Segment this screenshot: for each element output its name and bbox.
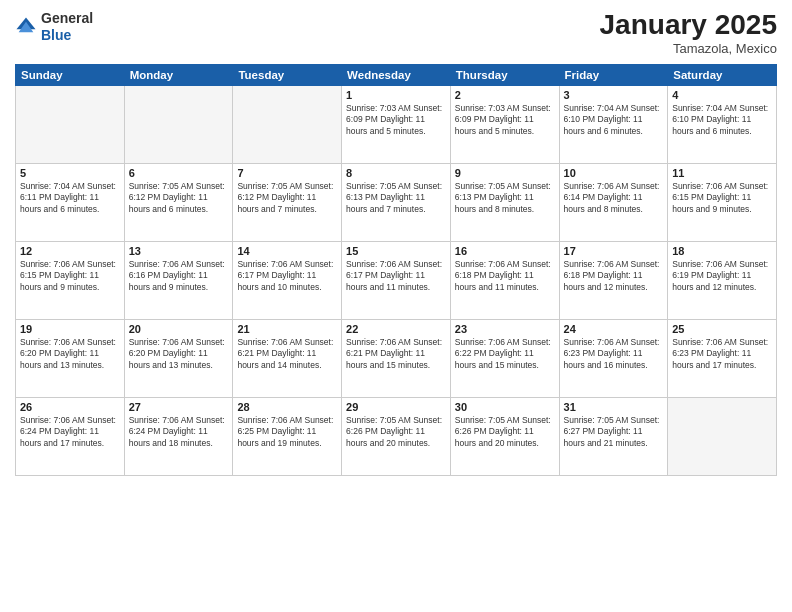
day-info: Sunrise: 7:06 AM Sunset: 6:18 PM Dayligh…: [564, 259, 664, 293]
calendar-cell-w4-d3: 29Sunrise: 7:05 AM Sunset: 6:26 PM Dayli…: [342, 397, 451, 475]
calendar-cell-w2-d6: 18Sunrise: 7:06 AM Sunset: 6:19 PM Dayli…: [668, 241, 777, 319]
calendar-cell-w0-d6: 4Sunrise: 7:04 AM Sunset: 6:10 PM Daylig…: [668, 85, 777, 163]
day-number: 10: [564, 167, 664, 179]
calendar-cell-w2-d2: 14Sunrise: 7:06 AM Sunset: 6:17 PM Dayli…: [233, 241, 342, 319]
calendar-cell-w1-d6: 11Sunrise: 7:06 AM Sunset: 6:15 PM Dayli…: [668, 163, 777, 241]
calendar-week-2: 12Sunrise: 7:06 AM Sunset: 6:15 PM Dayli…: [16, 241, 777, 319]
day-info: Sunrise: 7:06 AM Sunset: 6:25 PM Dayligh…: [237, 415, 337, 449]
day-info: Sunrise: 7:06 AM Sunset: 6:20 PM Dayligh…: [20, 337, 120, 371]
day-info: Sunrise: 7:03 AM Sunset: 6:09 PM Dayligh…: [346, 103, 446, 137]
day-info: Sunrise: 7:05 AM Sunset: 6:26 PM Dayligh…: [455, 415, 555, 449]
calendar-cell-w0-d1: [124, 85, 233, 163]
calendar-cell-w0-d4: 2Sunrise: 7:03 AM Sunset: 6:09 PM Daylig…: [450, 85, 559, 163]
calendar-cell-w0-d0: [16, 85, 125, 163]
day-number: 2: [455, 89, 555, 101]
day-info: Sunrise: 7:05 AM Sunset: 6:27 PM Dayligh…: [564, 415, 664, 449]
logo: General Blue: [15, 10, 93, 44]
day-number: 18: [672, 245, 772, 257]
day-number: 19: [20, 323, 120, 335]
day-number: 4: [672, 89, 772, 101]
day-info: Sunrise: 7:06 AM Sunset: 6:16 PM Dayligh…: [129, 259, 229, 293]
day-info: Sunrise: 7:06 AM Sunset: 6:24 PM Dayligh…: [20, 415, 120, 449]
day-info: Sunrise: 7:05 AM Sunset: 6:12 PM Dayligh…: [129, 181, 229, 215]
day-number: 1: [346, 89, 446, 101]
calendar-cell-w2-d3: 15Sunrise: 7:06 AM Sunset: 6:17 PM Dayli…: [342, 241, 451, 319]
day-number: 24: [564, 323, 664, 335]
calendar-cell-w1-d4: 9Sunrise: 7:05 AM Sunset: 6:13 PM Daylig…: [450, 163, 559, 241]
day-number: 26: [20, 401, 120, 413]
day-number: 8: [346, 167, 446, 179]
day-info: Sunrise: 7:03 AM Sunset: 6:09 PM Dayligh…: [455, 103, 555, 137]
day-number: 16: [455, 245, 555, 257]
page: General Blue January 2025 Tamazola, Mexi…: [0, 0, 792, 612]
day-info: Sunrise: 7:06 AM Sunset: 6:15 PM Dayligh…: [20, 259, 120, 293]
day-number: 12: [20, 245, 120, 257]
day-info: Sunrise: 7:04 AM Sunset: 6:10 PM Dayligh…: [672, 103, 772, 137]
day-number: 23: [455, 323, 555, 335]
calendar-cell-w2-d4: 16Sunrise: 7:06 AM Sunset: 6:18 PM Dayli…: [450, 241, 559, 319]
calendar-cell-w1-d2: 7Sunrise: 7:05 AM Sunset: 6:12 PM Daylig…: [233, 163, 342, 241]
day-info: Sunrise: 7:06 AM Sunset: 6:17 PM Dayligh…: [346, 259, 446, 293]
day-number: 31: [564, 401, 664, 413]
calendar-cell-w3-d0: 19Sunrise: 7:06 AM Sunset: 6:20 PM Dayli…: [16, 319, 125, 397]
day-number: 20: [129, 323, 229, 335]
logo-text: General Blue: [41, 10, 93, 44]
logo-blue: Blue: [41, 27, 71, 43]
day-info: Sunrise: 7:04 AM Sunset: 6:10 PM Dayligh…: [564, 103, 664, 137]
day-info: Sunrise: 7:06 AM Sunset: 6:21 PM Dayligh…: [346, 337, 446, 371]
day-number: 6: [129, 167, 229, 179]
day-info: Sunrise: 7:05 AM Sunset: 6:13 PM Dayligh…: [455, 181, 555, 215]
day-info: Sunrise: 7:04 AM Sunset: 6:11 PM Dayligh…: [20, 181, 120, 215]
day-info: Sunrise: 7:06 AM Sunset: 6:14 PM Dayligh…: [564, 181, 664, 215]
calendar-cell-w0-d3: 1Sunrise: 7:03 AM Sunset: 6:09 PM Daylig…: [342, 85, 451, 163]
day-info: Sunrise: 7:06 AM Sunset: 6:22 PM Dayligh…: [455, 337, 555, 371]
calendar-week-4: 26Sunrise: 7:06 AM Sunset: 6:24 PM Dayli…: [16, 397, 777, 475]
calendar-cell-w1-d5: 10Sunrise: 7:06 AM Sunset: 6:14 PM Dayli…: [559, 163, 668, 241]
calendar-header-row: Sunday Monday Tuesday Wednesday Thursday…: [16, 64, 777, 85]
day-info: Sunrise: 7:05 AM Sunset: 6:13 PM Dayligh…: [346, 181, 446, 215]
calendar-cell-w3-d5: 24Sunrise: 7:06 AM Sunset: 6:23 PM Dayli…: [559, 319, 668, 397]
day-number: 22: [346, 323, 446, 335]
calendar-cell-w1-d0: 5Sunrise: 7:04 AM Sunset: 6:11 PM Daylig…: [16, 163, 125, 241]
day-number: 29: [346, 401, 446, 413]
calendar-cell-w3-d6: 25Sunrise: 7:06 AM Sunset: 6:23 PM Dayli…: [668, 319, 777, 397]
calendar-table: Sunday Monday Tuesday Wednesday Thursday…: [15, 64, 777, 476]
header: General Blue January 2025 Tamazola, Mexi…: [15, 10, 777, 56]
day-number: 28: [237, 401, 337, 413]
day-number: 27: [129, 401, 229, 413]
calendar-cell-w4-d4: 30Sunrise: 7:05 AM Sunset: 6:26 PM Dayli…: [450, 397, 559, 475]
day-number: 15: [346, 245, 446, 257]
calendar-cell-w4-d0: 26Sunrise: 7:06 AM Sunset: 6:24 PM Dayli…: [16, 397, 125, 475]
header-friday: Friday: [559, 64, 668, 85]
calendar-week-1: 5Sunrise: 7:04 AM Sunset: 6:11 PM Daylig…: [16, 163, 777, 241]
day-info: Sunrise: 7:06 AM Sunset: 6:15 PM Dayligh…: [672, 181, 772, 215]
calendar-week-3: 19Sunrise: 7:06 AM Sunset: 6:20 PM Dayli…: [16, 319, 777, 397]
day-number: 17: [564, 245, 664, 257]
header-sunday: Sunday: [16, 64, 125, 85]
calendar-cell-w0-d5: 3Sunrise: 7:04 AM Sunset: 6:10 PM Daylig…: [559, 85, 668, 163]
calendar-cell-w3-d2: 21Sunrise: 7:06 AM Sunset: 6:21 PM Dayli…: [233, 319, 342, 397]
day-info: Sunrise: 7:06 AM Sunset: 6:23 PM Dayligh…: [672, 337, 772, 371]
calendar-cell-w0-d2: [233, 85, 342, 163]
day-number: 5: [20, 167, 120, 179]
day-number: 9: [455, 167, 555, 179]
header-thursday: Thursday: [450, 64, 559, 85]
calendar-cell-w1-d1: 6Sunrise: 7:05 AM Sunset: 6:12 PM Daylig…: [124, 163, 233, 241]
day-number: 21: [237, 323, 337, 335]
calendar-cell-w2-d0: 12Sunrise: 7:06 AM Sunset: 6:15 PM Dayli…: [16, 241, 125, 319]
calendar-cell-w2-d1: 13Sunrise: 7:06 AM Sunset: 6:16 PM Dayli…: [124, 241, 233, 319]
location-subtitle: Tamazola, Mexico: [600, 41, 777, 56]
calendar-cell-w3-d3: 22Sunrise: 7:06 AM Sunset: 6:21 PM Dayli…: [342, 319, 451, 397]
day-number: 13: [129, 245, 229, 257]
header-monday: Monday: [124, 64, 233, 85]
day-number: 25: [672, 323, 772, 335]
day-info: Sunrise: 7:06 AM Sunset: 6:19 PM Dayligh…: [672, 259, 772, 293]
day-info: Sunrise: 7:06 AM Sunset: 6:23 PM Dayligh…: [564, 337, 664, 371]
day-info: Sunrise: 7:06 AM Sunset: 6:18 PM Dayligh…: [455, 259, 555, 293]
calendar-cell-w4-d5: 31Sunrise: 7:05 AM Sunset: 6:27 PM Dayli…: [559, 397, 668, 475]
day-info: Sunrise: 7:06 AM Sunset: 6:24 PM Dayligh…: [129, 415, 229, 449]
day-number: 7: [237, 167, 337, 179]
calendar-cell-w4-d2: 28Sunrise: 7:06 AM Sunset: 6:25 PM Dayli…: [233, 397, 342, 475]
calendar-cell-w4-d6: [668, 397, 777, 475]
month-title: January 2025: [600, 10, 777, 41]
